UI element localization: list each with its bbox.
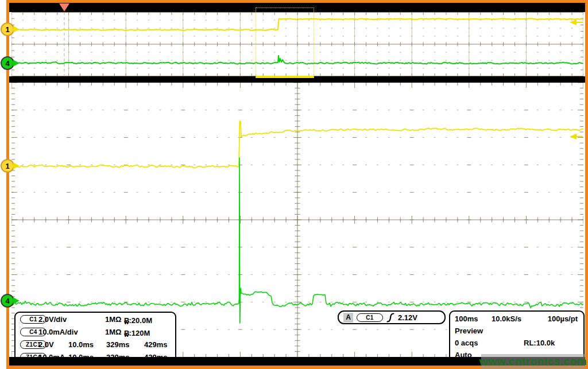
rising-edge-icon [386, 312, 394, 323]
sample-rate: 10.0kS/s [492, 314, 521, 323]
trigger-source-badge[interactable]: C1 [357, 313, 383, 322]
trigger-readout-box[interactable]: A C1 2.12V [338, 310, 446, 324]
trigger-mode-label: A [343, 313, 353, 323]
horizontal-scale: 100ms [455, 314, 478, 323]
trigger-position-marker[interactable] [59, 3, 69, 11]
overview-ch1-marker[interactable]: 1 [1, 22, 14, 36]
acquisition-count: 0 acqs [455, 339, 478, 347]
ch4-scale: 10.0mA/div [38, 328, 78, 336]
oscilloscope-screen: 1 4 1 4 C1 2.0V/div 1MΩ BW:20.0M C4 10.0… [0, 0, 588, 369]
ch1-readout-row: C1 2.0V/div 1MΩ BW:20.0M [19, 314, 173, 326]
z1c1-position: 429ms [144, 340, 167, 349]
ch1-marker-label: 1 [5, 25, 9, 34]
acquisition-state: Preview [455, 327, 483, 335]
ch1-marker-label: 1 [5, 162, 9, 170]
ch4-marker-label: 4 [5, 59, 9, 68]
ch4-impedance: 1MΩ [105, 328, 121, 336]
trigger-level: 2.12V [398, 313, 417, 322]
z1c1-scale: 2.0V [38, 340, 54, 349]
ch4-bandwidth: BW:120M [124, 328, 129, 338]
overview-ch4-marker[interactable]: 4 [1, 56, 14, 70]
ch1-level-arrow-main[interactable] [570, 134, 583, 139]
z1c1-delay: 329ms [106, 340, 129, 349]
record-length: RL:10.0k [524, 339, 555, 347]
ch1-bandwidth: BW:20.0M [124, 315, 129, 325]
zoom-window-box[interactable] [256, 7, 314, 78]
watermark: www.cntronics.com [481, 354, 585, 369]
zoom1-ch1-readout-row: Z1C1 2.0V 10.0ms 329ms 429ms [19, 339, 173, 351]
ch1-level-arrow-overview[interactable] [570, 20, 583, 25]
main-ch4-marker[interactable]: 4 [1, 294, 14, 308]
main-ch1-marker[interactable]: 1 [1, 159, 14, 173]
ch1-impedance: 1MΩ [105, 315, 121, 324]
frame-right [585, 0, 588, 369]
ch1-scale: 2.0V/div [38, 315, 67, 324]
z1c1-timebase: 10.0ms [68, 340, 94, 349]
ch4-marker-label: 4 [5, 297, 9, 305]
sample-resolution: 100µs/pt [548, 314, 578, 323]
ch4-readout-row: C4 10.0mA/div 1MΩ BW:120M [19, 327, 173, 339]
